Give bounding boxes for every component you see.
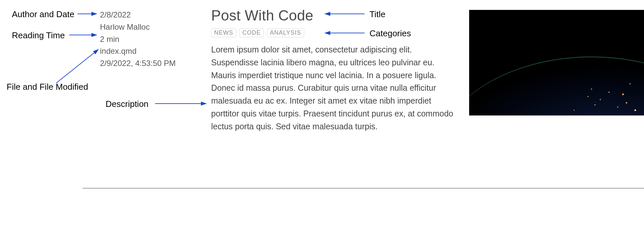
post-categories: NEWS CODE ANALYSIS [211,28,455,37]
post-title[interactable]: Post With Code [211,7,455,24]
annotation-author-date: Author and Date [12,9,74,19]
post: Post With Code NEWS CODE ANALYSIS Lorem … [211,7,455,133]
svg-line-2 [56,49,98,83]
category-badge[interactable]: ANALYSIS [267,28,304,37]
post-date: 2/8/2022 [100,9,199,21]
category-badge[interactable]: NEWS [211,28,236,37]
annotation-file-modified: File and File Modified [7,82,88,92]
category-badge[interactable]: CODE [239,28,264,37]
post-author: Harlow Malloc [100,21,199,33]
post-metadata: 2/8/2022 Harlow Malloc 2 min index.qmd 2… [100,9,199,70]
annotation-reading-time: Reading Time [12,30,65,41]
post-reading-time: 2 min [100,34,199,45]
annotation-description: Description [106,99,148,109]
divider [82,188,644,188]
post-description: Lorem ipsum dolor sit amet, consectetur … [211,43,455,133]
earth-limb-decoration [469,56,644,115]
post-thumbnail[interactable] [469,10,644,115]
post-filename: index.qmd [100,46,199,57]
post-modified: 2/9/2022, 4:53:50 PM [100,58,199,69]
